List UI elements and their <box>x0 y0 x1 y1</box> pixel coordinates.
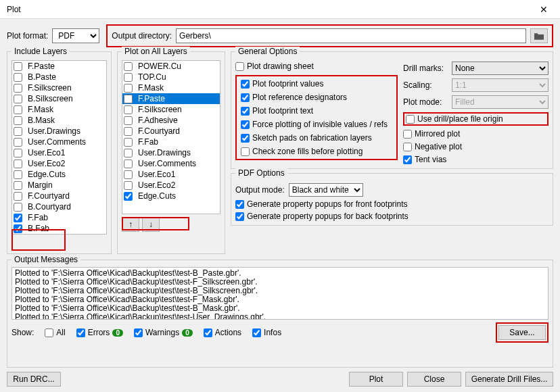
plot-footprint-values-check[interactable]: Plot footprint values <box>241 79 392 89</box>
pdf-options-group: PDF Options Output mode:Black and white … <box>231 173 553 226</box>
output-directory-group: Output directory: <box>106 24 553 47</box>
layer-item[interactable]: User.Eco2 <box>12 158 106 169</box>
show-all-check[interactable]: All <box>45 328 65 337</box>
layer-item[interactable]: User.Drawings <box>122 147 220 158</box>
close-icon[interactable]: ✕ <box>534 4 553 15</box>
run-drc-button[interactable]: Run DRC... <box>7 372 61 387</box>
layer-item[interactable]: Edge.Cuts <box>122 191 220 201</box>
show-infos-check[interactable]: Infos <box>252 328 281 337</box>
plot-drawing-sheet-check[interactable]: Plot drawing sheet <box>235 62 398 71</box>
layer-item[interactable]: F.Silkscreen <box>12 82 106 93</box>
plot-footprint-text-check[interactable]: Plot footprint text <box>241 106 392 116</box>
layer-item[interactable]: User.Comments <box>122 158 220 169</box>
output-directory-input[interactable] <box>176 28 526 43</box>
highlight-drill-origin: Use drill/place file origin <box>403 112 549 126</box>
highlight-save: Save... <box>496 322 549 343</box>
highlight-plot-options: Plot footprint values Plot reference des… <box>235 75 398 160</box>
tent-vias-check[interactable]: Tent vias <box>403 155 549 164</box>
layer-item[interactable]: Margin <box>12 180 106 191</box>
plot-all-layers-list[interactable]: POWER.CuTOP.CuF.MaskF.PasteF.SilkscreenF… <box>122 60 220 214</box>
layer-item[interactable]: User.Eco1 <box>12 147 106 158</box>
show-warnings-check[interactable]: Warnings 0 <box>134 328 193 337</box>
show-errors-check[interactable]: Errors 0 <box>76 328 123 337</box>
layer-item[interactable]: Edge.Cuts <box>12 169 106 180</box>
force-plotting-invisible-check[interactable]: Force plotting of invisible values / ref… <box>241 120 392 129</box>
sketch-pads-check[interactable]: Sketch pads on fabrication layers <box>241 133 392 143</box>
folder-icon <box>534 32 544 40</box>
include-layers-group: Include Layers F.PasteB.PasteF.Silkscree… <box>7 51 112 254</box>
layer-item[interactable]: B.Courtyard <box>12 201 106 212</box>
layer-item[interactable]: F.Adhesive <box>122 115 220 126</box>
pdf-output-mode-select[interactable]: Black and white <box>289 183 363 197</box>
layer-item[interactable]: User.Comments <box>12 137 106 147</box>
generate-drill-button[interactable]: Generate Drill Files... <box>465 372 553 387</box>
layer-item[interactable]: F.Silkscreen <box>122 104 220 115</box>
layer-item[interactable]: User.Eco1 <box>122 169 220 180</box>
layer-item[interactable]: B.Silkscreen <box>12 93 106 104</box>
plot-format-label: Plot format: <box>7 31 48 41</box>
negative-plot-check[interactable]: Negative plot <box>403 142 549 151</box>
move-up-button[interactable]: ↑ <box>122 217 139 232</box>
layer-item[interactable]: F.Courtyard <box>122 126 220 137</box>
layer-item[interactable]: F.Fab <box>12 212 106 223</box>
layer-item[interactable]: F.Mask <box>122 82 220 93</box>
layer-item[interactable]: B.Fab <box>12 223 106 234</box>
layer-item[interactable]: POWER.Cu <box>122 61 220 72</box>
scaling-select[interactable]: 1:1 <box>452 78 549 92</box>
save-button[interactable]: Save... <box>498 325 546 340</box>
layer-item[interactable]: User.Drawings <box>12 126 106 137</box>
layer-item[interactable]: B.Paste <box>12 72 106 82</box>
close-button[interactable]: Close <box>407 372 461 387</box>
layer-item[interactable]: F.Fab <box>122 137 220 147</box>
mirrored-plot-check[interactable]: Mirrored plot <box>403 129 549 139</box>
layer-item[interactable]: B.Mask <box>12 115 106 126</box>
layer-item[interactable]: TOP.Cu <box>122 72 220 82</box>
use-drill-origin-check[interactable]: Use drill/place file origin <box>406 114 546 124</box>
window-title: Plot <box>7 5 534 14</box>
gen-front-popups-check[interactable]: Generate property popups for front footp… <box>235 199 549 209</box>
plot-format-select[interactable]: PDF <box>52 28 99 43</box>
plot-reference-designators-check[interactable]: Plot reference designators <box>241 93 392 102</box>
move-down-button[interactable]: ↓ <box>142 217 160 232</box>
output-message-line: Plotted to 'F:\Sierra Office\Kicad\Backu… <box>15 313 545 320</box>
layer-item[interactable]: F.Paste <box>12 61 106 72</box>
output-directory-label: Output directory: <box>112 31 172 41</box>
show-label: Show: <box>11 328 34 337</box>
plot-all-layers-group: Plot on All Layers POWER.CuTOP.CuF.MaskF… <box>117 51 225 254</box>
browse-folder-button[interactable] <box>530 28 548 43</box>
include-layers-list[interactable]: F.PasteB.PasteF.SilkscreenB.SilkscreenF.… <box>11 60 107 235</box>
layer-item[interactable]: F.Mask <box>12 104 106 115</box>
show-actions-check[interactable]: Actions <box>204 328 241 337</box>
layer-item[interactable]: F.Courtyard <box>12 191 106 201</box>
output-messages-group: Output Messages Plotted to 'F:\Sierra Of… <box>7 260 553 368</box>
drill-marks-select[interactable]: None <box>452 62 549 75</box>
layer-item[interactable]: User.Eco2 <box>122 180 220 191</box>
layer-item[interactable]: F.Paste <box>122 93 220 104</box>
output-messages-list[interactable]: Plotted to 'F:\Sierra Office\Kicad\Backu… <box>11 267 549 320</box>
gen-back-popups-check[interactable]: Generate property popups for back footpr… <box>235 212 549 221</box>
general-options-group: General Options Plot drawing sheet Plot … <box>231 51 553 169</box>
plot-button[interactable]: Plot <box>349 372 403 387</box>
check-zone-fills-check[interactable]: Check zone fills before plotting <box>241 147 392 156</box>
plot-mode-select[interactable]: Filled <box>452 95 549 109</box>
